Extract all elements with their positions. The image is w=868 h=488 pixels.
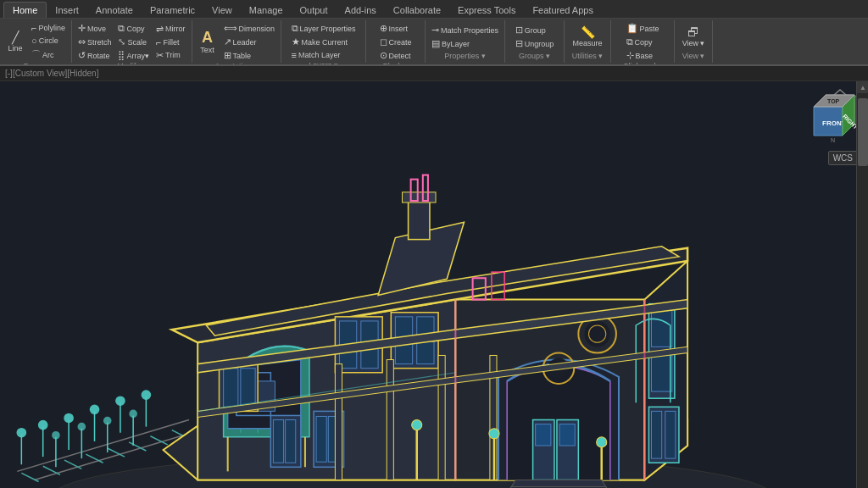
modify-move-button[interactable]: ✛Move bbox=[75, 22, 114, 35]
modify-array-button[interactable]: ⣿Array▾ bbox=[115, 49, 152, 62]
ribbon-toolbar: ╱ Line ⌐ Polyline ○ Circle ⌒ Arc bbox=[0, 19, 868, 66]
view-bar-text[interactable]: [-][Custom View][Hidden] bbox=[5, 69, 98, 78]
svg-rect-56 bbox=[536, 424, 551, 446]
tab-home[interactable]: Home bbox=[3, 2, 47, 18]
svg-rect-68 bbox=[652, 308, 672, 347]
svg-rect-40 bbox=[402, 192, 436, 202]
dimension-icon: ⟺ bbox=[224, 23, 237, 34]
3d-scene bbox=[0, 81, 868, 488]
tab-collaborate[interactable]: Collaborate bbox=[385, 3, 449, 18]
svg-point-17 bbox=[116, 396, 125, 405]
modify-stretch-button[interactable]: ⇔Stretch bbox=[75, 36, 114, 48]
properties-bylayer-button[interactable]: ▤ByLayer bbox=[429, 37, 501, 50]
svg-rect-69 bbox=[652, 352, 672, 391]
modify-copy-button[interactable]: ⧉ Copy bbox=[115, 22, 152, 35]
ribbon-group-view: 🗗 View ▾ View ▾ bbox=[675, 20, 713, 63]
clipboard-paste-button[interactable]: 📋Paste bbox=[624, 22, 662, 35]
clipboard-copy-button[interactable]: ⧉Copy bbox=[624, 36, 662, 48]
app: Home Insert Annotate Parametric View Man… bbox=[0, 0, 868, 488]
ribbon-tabs: Home Insert Annotate Parametric View Man… bbox=[0, 0, 868, 19]
svg-text:N: N bbox=[831, 137, 835, 143]
ungroup-icon: ⊟ bbox=[515, 38, 523, 49]
svg-rect-59 bbox=[224, 369, 238, 408]
modify-fillet-button[interactable]: ⌐Fillet bbox=[153, 36, 188, 48]
draw-polyline-button[interactable]: ⌐ Polyline bbox=[29, 22, 68, 34]
base-icon: ⊹ bbox=[626, 50, 634, 61]
tab-featured[interactable]: Featured Apps bbox=[524, 3, 602, 18]
block-insert-button[interactable]: ⊕Insert bbox=[377, 22, 415, 35]
scroll-thumb[interactable] bbox=[858, 98, 868, 166]
utilities-measure-button[interactable]: 📏 Measure bbox=[570, 25, 606, 49]
svg-rect-83 bbox=[387, 360, 393, 480]
svg-point-19 bbox=[142, 391, 150, 399]
svg-point-21 bbox=[39, 421, 47, 430]
annotation-text-button[interactable]: A Text bbox=[196, 28, 220, 56]
ribbon-group-block: ⊕Insert ◻Create ⊙Detect Block ▾ bbox=[366, 20, 426, 63]
groups-group-label: Groups ▾ bbox=[519, 52, 550, 61]
match-layer-icon: ≡ bbox=[292, 50, 297, 60]
draw-circle-button[interactable]: ○ Circle bbox=[29, 35, 68, 47]
scale-icon: ⤡ bbox=[118, 36, 125, 47]
group-button[interactable]: ⊡Group bbox=[513, 24, 557, 36]
layers-make-current-button[interactable]: ★Make Current bbox=[289, 36, 359, 48]
tab-express[interactable]: Express Tools bbox=[449, 3, 524, 18]
copy2-icon: ⧉ bbox=[626, 36, 633, 47]
layers-match-button[interactable]: ≡Match Layer bbox=[289, 49, 359, 61]
annotation-dimension-button[interactable]: ⟺Dimension bbox=[221, 22, 278, 35]
properties-match-button[interactable]: ⊸Match Properties bbox=[429, 24, 501, 36]
annotation-leader-button[interactable]: ↗Leader bbox=[221, 36, 278, 48]
view-dropdown-button[interactable]: 🗗 View ▾ bbox=[679, 25, 709, 49]
clipboard-base-button[interactable]: ⊹Base bbox=[624, 49, 662, 62]
polyline-icon: ⌐ bbox=[31, 23, 36, 33]
create-block-icon: ◻ bbox=[380, 36, 387, 47]
scroll-up-button[interactable]: ▲ bbox=[857, 81, 868, 93]
ribbon-group-draw: ╱ Line ⌐ Polyline ○ Circle ⌒ Arc bbox=[0, 20, 72, 63]
ribbon-group-clipboard: 📋Paste ⧉Copy ⊹Base Clipboard ▾ bbox=[611, 20, 675, 63]
table-icon: ⊞ bbox=[224, 50, 231, 61]
svg-point-31 bbox=[130, 410, 136, 417]
tab-manage[interactable]: Manage bbox=[241, 3, 292, 18]
draw-line-button[interactable]: ╱ Line bbox=[3, 30, 27, 54]
svg-point-25 bbox=[53, 432, 59, 439]
svg-rect-57 bbox=[559, 424, 575, 446]
array-icon: ⣿ bbox=[118, 50, 125, 61]
modify-scale-button[interactable]: ⤡Scale bbox=[115, 36, 152, 48]
annotation-table-button[interactable]: ⊞Table bbox=[221, 49, 278, 62]
wcs-label: WCS bbox=[828, 151, 858, 165]
block-detect-button[interactable]: ⊙Detect bbox=[377, 49, 415, 62]
svg-rect-78 bbox=[286, 420, 296, 463]
ungroup-button[interactable]: ⊟Ungroup bbox=[513, 37, 557, 50]
layers-properties-button[interactable]: ⧉Layer Properties bbox=[289, 22, 359, 35]
tab-addins[interactable]: Add-ins bbox=[337, 3, 385, 18]
rotate-icon: ↺ bbox=[78, 50, 86, 61]
modify-rotate-button[interactable]: ↺Rotate bbox=[75, 49, 114, 62]
leader-icon: ↗ bbox=[224, 36, 231, 47]
tab-view[interactable]: View bbox=[203, 3, 241, 18]
tab-output[interactable]: Output bbox=[292, 3, 337, 18]
ribbon-group-annotation: A Text ⟺Dimension ↗Leader ⊞Table Annotat… bbox=[192, 20, 282, 63]
view-group-label: View ▾ bbox=[682, 52, 705, 61]
paste-icon: 📋 bbox=[626, 23, 638, 34]
tab-insert[interactable]: Insert bbox=[47, 3, 87, 18]
svg-rect-74 bbox=[652, 411, 662, 458]
tab-parametric[interactable]: Parametric bbox=[142, 3, 203, 18]
modify-mirror-button[interactable]: ⇌Mirror bbox=[153, 23, 188, 36]
block-create-button[interactable]: ◻Create bbox=[377, 36, 415, 48]
trim-icon: ✂ bbox=[156, 50, 164, 61]
modify-trim-button[interactable]: ✂Trim bbox=[153, 49, 188, 62]
group-icon: ⊡ bbox=[515, 25, 523, 36]
ribbon-group-layers: ⧉Layer Properties ★Make Current ≡Match L… bbox=[281, 20, 366, 63]
ribbon-group-modify: ✛Move ⇔Stretch ↺Rotate ⧉ Copy ⤡Sca bbox=[72, 20, 192, 63]
fillet-icon: ⌐ bbox=[156, 37, 161, 47]
stretch-icon: ⇔ bbox=[78, 36, 86, 47]
ribbon-group-groups: ⊡Group ⊟Ungroup Groups ▾ bbox=[505, 20, 565, 63]
tab-annotate[interactable]: Annotate bbox=[87, 3, 142, 18]
viewport[interactable]: FRONT RIGHT TOP N WCS ▲ ▼ bbox=[0, 81, 868, 488]
svg-point-89 bbox=[489, 429, 499, 439]
vertical-scrollbar: ▲ ▼ bbox=[856, 81, 868, 488]
main-area: FRONT RIGHT TOP N WCS ▲ ▼ bbox=[0, 81, 868, 488]
draw-arc-button[interactable]: ⌒ Arc bbox=[29, 47, 68, 62]
ribbon-group-properties: ⊸Match Properties ▤ByLayer Properties ▾ bbox=[426, 20, 505, 63]
svg-point-91 bbox=[412, 420, 422, 430]
view-cube[interactable]: FRONT RIGHT TOP N bbox=[805, 86, 863, 146]
